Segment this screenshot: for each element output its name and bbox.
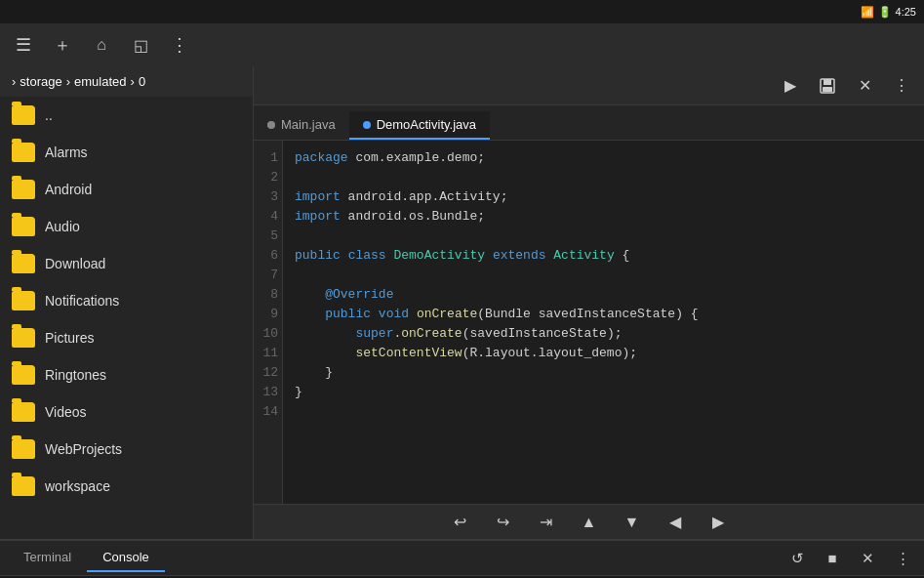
folder-icon — [12, 439, 35, 459]
folder-icon — [12, 291, 35, 310]
terminal-tabs: Terminal Console — [8, 544, 165, 572]
editor-bottom-toolbar: ↩ ↪ ⇥ ▲ ▼ ◀ ▶ — [254, 504, 924, 539]
folder-icon — [12, 105, 35, 125]
folder-name: Videos — [45, 404, 87, 420]
tab-label-active: DemoActivity.java — [377, 117, 476, 132]
add-button[interactable]: ＋ — [47, 29, 78, 61]
folder-icon — [12, 143, 35, 162]
folder-icon — [12, 402, 35, 422]
time: 4:25 — [896, 6, 916, 18]
tab-main-java[interactable]: Main.java — [254, 111, 349, 140]
redo-button[interactable]: ↪ — [490, 509, 517, 536]
folder-item-audio[interactable]: Audio — [0, 208, 253, 245]
folder-item-workspace[interactable]: workspace — [0, 468, 253, 505]
folder-icon — [12, 217, 35, 236]
home-button[interactable]: ⌂ — [86, 29, 117, 61]
cursor-down-button[interactable]: ▼ — [619, 509, 646, 536]
terminal-refresh-button[interactable]: ↺ — [783, 545, 811, 572]
folder-name: workspace — [45, 478, 110, 494]
folder-name: Audio — [45, 219, 80, 234]
battery-icon: 🔋 — [878, 6, 892, 19]
folder-item-notifications[interactable]: Notifications — [0, 282, 253, 319]
breadcrumb-arrow: › — [12, 74, 16, 89]
code-editor[interactable]: 1 2 3 4 5 6 7 8 9 10 11 12 13 14 package… — [254, 141, 924, 504]
top-toolbar: ☰ ＋ ⌂ ◱ ⋮ — [0, 23, 924, 66]
folder-name: Pictures — [45, 330, 95, 346]
svg-rect-2 — [823, 87, 832, 92]
terminal-toolbar-right: ↺ ■ ✕ ⋮ — [783, 545, 916, 572]
breadcrumb-zero[interactable]: 0 — [139, 74, 145, 89]
tab-label: Main.java — [281, 117, 336, 132]
folder-name: Alarms — [45, 144, 88, 160]
folder-name: Android — [45, 182, 92, 197]
folder-item-alarms[interactable]: Alarms — [0, 134, 253, 171]
folder-name: .. — [45, 107, 53, 123]
folder-item-android[interactable]: Android — [0, 171, 253, 208]
svg-rect-1 — [824, 79, 831, 85]
folder-item-dotdot[interactable]: .. — [0, 97, 253, 134]
line-numbers: 1 2 3 4 5 6 7 8 9 10 11 12 13 14 — [254, 141, 283, 504]
terminal-header: Terminal Console ↺ ■ ✕ ⋮ — [0, 541, 924, 576]
folder-name: Ringtones — [45, 367, 106, 383]
close-editor-button[interactable]: ✕ — [850, 71, 879, 101]
tab-button[interactable]: ⇥ — [533, 509, 560, 536]
menu-button[interactable]: ☰ — [8, 29, 39, 61]
folder-item-download[interactable]: Download — [0, 245, 253, 282]
undo-button[interactable]: ↩ — [447, 509, 474, 536]
cursor-left-button[interactable]: ◀ — [662, 509, 689, 536]
editor-toolbar: ▶ ✕ ⋮ — [254, 66, 924, 105]
run-button[interactable]: ▶ — [776, 71, 805, 101]
more-button[interactable]: ⋮ — [164, 29, 195, 61]
breadcrumb-emulated[interactable]: emulated — [74, 74, 126, 89]
folder-item-ringtones[interactable]: Ringtones — [0, 356, 253, 393]
terminal-area: Terminal Console ↺ ■ ✕ ⋮ Generating R.ja… — [0, 539, 924, 578]
terminal-tab-console[interactable]: Console — [87, 544, 165, 572]
tabs-bar: Main.java DemoActivity.java — [254, 105, 924, 141]
folder-name: Notifications — [45, 293, 119, 309]
terminal-more-button[interactable]: ⋮ — [889, 545, 916, 572]
folder-name: Download — [45, 256, 105, 271]
folder-icon — [12, 476, 35, 496]
folder-item-webprojects[interactable]: WebProjects — [0, 431, 253, 468]
code-content[interactable]: package com.example.demo; import android… — [283, 141, 924, 504]
breadcrumb-sep2: › — [131, 74, 135, 89]
folder-icon — [12, 254, 35, 273]
cursor-up-button[interactable]: ▲ — [576, 509, 603, 536]
folder-item-videos[interactable]: Videos — [0, 393, 253, 431]
main-layout: › storage › emulated › 0 .. Alarms Andro… — [0, 66, 924, 539]
breadcrumb-sep1: › — [66, 74, 70, 89]
breadcrumb: › storage › emulated › 0 — [0, 66, 253, 97]
tab-dot — [267, 121, 275, 129]
tab-demo-activity-java[interactable]: DemoActivity.java — [349, 111, 490, 140]
terminal-stop-button[interactable]: ■ — [819, 545, 846, 572]
sidebar: › storage › emulated › 0 .. Alarms Andro… — [0, 66, 254, 539]
folder-icon — [12, 365, 35, 385]
terminal-close-button[interactable]: ✕ — [854, 545, 881, 572]
folder-item-pictures[interactable]: Pictures — [0, 319, 253, 356]
save-editor-button[interactable] — [813, 71, 842, 101]
folder-icon — [12, 180, 35, 199]
folder-name: WebProjects — [45, 441, 122, 457]
more-editor-button[interactable]: ⋮ — [887, 71, 916, 101]
cursor-right-button[interactable]: ▶ — [704, 509, 732, 536]
terminal-tab-terminal[interactable]: Terminal — [8, 544, 87, 572]
breadcrumb-storage[interactable]: storage — [20, 74, 61, 89]
editor-area: ▶ ✕ ⋮ Main.java DemoActivity.java — [254, 66, 924, 539]
save-button[interactable]: ◱ — [125, 29, 156, 61]
status-bar: 📶 🔋 4:25 — [0, 0, 924, 23]
folder-icon — [12, 328, 35, 348]
tab-dot-active — [363, 121, 371, 129]
status-bar-right: 📶 🔋 4:25 — [861, 6, 916, 19]
wifi-icon: 📶 — [861, 6, 874, 19]
